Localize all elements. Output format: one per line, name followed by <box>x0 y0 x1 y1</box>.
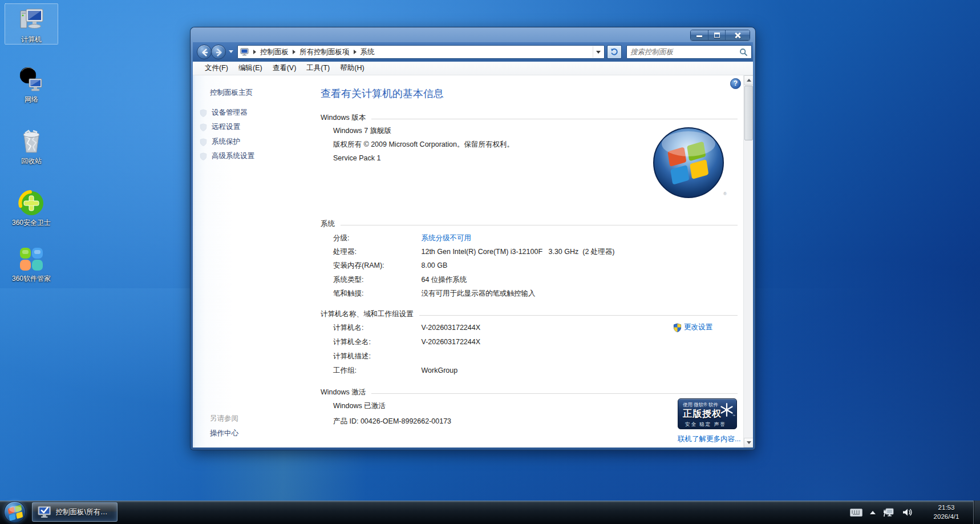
breadcrumb-all-items[interactable]: 所有控制面板项 <box>299 47 350 57</box>
control-panel-app-icon <box>37 505 52 519</box>
sidebar-item-label: 系统保护 <box>212 137 240 147</box>
row-pen-touch: 笔和触摸: 没有可用于此显示器的笔或触控输入 <box>333 289 735 299</box>
menu-tools[interactable]: 工具(T) <box>301 62 335 75</box>
volume-icon[interactable] <box>902 507 913 517</box>
sidebar-item-device-manager[interactable]: 设备管理器 <box>200 108 248 118</box>
badge-line2: 正版授权 <box>683 408 722 420</box>
section-header-computer-name: 计算机名称、域和工作组设置 <box>321 309 738 319</box>
change-settings-link[interactable]: 更改设置 <box>684 323 712 332</box>
row-workgroup: 工作组: WorkGroup <box>333 366 735 376</box>
sidebar-item-label: 高级系统设置 <box>212 151 254 161</box>
windows-edition: Windows 7 旗舰版 <box>333 126 391 136</box>
sidebar-item-control-panel-home[interactable]: 控制面板主页 <box>210 88 253 98</box>
section-header-activation: Windows 激活 <box>321 388 738 397</box>
breadcrumb-separator-icon <box>354 50 357 54</box>
taskbar-app-label: 控制面板\所有控... <box>56 507 112 517</box>
badge-line3: 安全 稳定 声誉 <box>685 421 726 428</box>
shield-icon <box>200 138 207 146</box>
close-icon <box>734 32 741 39</box>
sidebar: 控制面板主页 设备管理器 远程设置 系统保护 高级系统设置 另请参阅 操作中心 <box>193 75 308 448</box>
row-description: 计算机描述: <box>333 352 735 361</box>
windows-logo: ® <box>650 124 728 202</box>
menu-help[interactable]: 帮助(H) <box>335 62 369 75</box>
scroll-down-button[interactable] <box>744 438 753 448</box>
sidebar-item-action-center[interactable]: 操作中心 <box>210 429 238 438</box>
search-input[interactable] <box>627 46 739 58</box>
sidebar-item-advanced-settings[interactable]: 高级系统设置 <box>200 151 254 161</box>
desktop-icon-recycle-bin[interactable]: 回收站 <box>5 126 58 166</box>
chevron-down-icon <box>596 51 601 54</box>
row-processor: 处理器: 12th Gen Intel(R) Core(TM) i3-12100… <box>333 247 735 257</box>
rating-link[interactable]: 系统分级不可用 <box>421 234 471 242</box>
360-safe-icon <box>17 189 46 217</box>
show-hidden-icons-button[interactable] <box>870 511 876 514</box>
see-also-header: 另请参阅 <box>210 414 238 424</box>
help-button[interactable]: ? <box>730 78 741 89</box>
desktop-icon-label: 网络 <box>5 95 58 104</box>
search-icon[interactable] <box>739 48 748 57</box>
breadcrumb-system[interactable]: 系统 <box>361 47 375 57</box>
arrow-down-icon <box>747 441 751 444</box>
maximize-button[interactable] <box>708 30 725 40</box>
page-title: 查看有关计算机的基本信息 <box>321 87 444 100</box>
forward-button[interactable] <box>211 45 226 59</box>
scroll-up-button[interactable] <box>744 75 753 85</box>
service-pack: Service Pack 1 <box>333 154 380 162</box>
refresh-button[interactable] <box>607 45 622 59</box>
row-system-type: 系统类型: 64 位操作系统 <box>333 275 735 285</box>
row-rating: 分级: 系统分级不可用 <box>333 233 735 243</box>
scroll-thumb[interactable] <box>744 86 753 140</box>
window-content: 控制面板主页 设备管理器 远程设置 系统保护 高级系统设置 另请参阅 操作中心 <box>193 75 753 448</box>
breadcrumb-control-panel[interactable]: 控制面板 <box>260 47 289 57</box>
system-tray <box>850 501 913 524</box>
help-icon: ? <box>734 79 738 87</box>
desktop-icon-360-manager[interactable]: 360软件管家 <box>5 243 58 283</box>
breadcrumb-separator-icon <box>253 50 256 54</box>
clock-date: 2026/4/1 <box>926 512 966 521</box>
start-button[interactable] <box>4 501 26 523</box>
taskbar: 控制面板\所有控... 21:53 2026/4/1 <box>0 501 980 524</box>
network-tray-icon[interactable] <box>883 507 894 518</box>
menu-edit[interactable]: 编辑(E) <box>233 62 268 75</box>
shield-icon <box>200 152 207 160</box>
menu-bar: 文件(F) 编辑(E) 查看(V) 工具(T) 帮助(H) <box>193 62 753 75</box>
menu-view[interactable]: 查看(V) <box>268 62 302 75</box>
address-dropdown-button[interactable] <box>593 46 603 58</box>
section-header-system: 系统 <box>321 219 738 229</box>
maximize-icon <box>714 33 720 38</box>
refresh-icon <box>610 47 619 57</box>
minimize-icon <box>696 35 702 37</box>
learn-more-link[interactable]: 联机了解更多内容... <box>678 434 740 444</box>
close-button[interactable] <box>725 30 750 40</box>
row-full-name: 计算机全名: V-202603172244X <box>333 337 735 347</box>
address-bar[interactable]: 控制面板 所有控制面板项 系统 <box>237 45 605 59</box>
forward-arrow-icon <box>214 47 224 58</box>
change-settings[interactable]: 更改设置 <box>673 323 712 332</box>
taskbar-app-control-panel[interactable]: 控制面板\所有控... <box>32 502 118 522</box>
shield-icon <box>200 109 207 117</box>
product-id: 产品 ID: 00426-OEM-8992662-00173 <box>333 417 451 426</box>
desktop-icon-label: 360安全卫士 <box>5 219 58 227</box>
desktop-icon-network[interactable]: 网络 <box>5 64 58 104</box>
sidebar-item-remote-settings[interactable]: 远程设置 <box>200 122 240 132</box>
desktop-icon-computer[interactable]: 计算机 <box>5 3 58 45</box>
minimize-button[interactable] <box>691 30 708 40</box>
desktop-icon-360-safe[interactable]: 360安全卫士 <box>5 187 58 227</box>
search-box <box>626 45 752 59</box>
section-header-windows-version: Windows 版本 <box>321 113 738 123</box>
keyboard-language-icon[interactable] <box>850 509 862 517</box>
sidebar-item-system-protection[interactable]: 系统保护 <box>200 137 240 147</box>
taskbar-clock[interactable]: 21:53 2026/4/1 <box>926 503 966 521</box>
sidebar-item-label: 设备管理器 <box>212 108 248 118</box>
arrow-up-icon <box>747 79 751 82</box>
window-controls <box>690 30 750 41</box>
menu-file[interactable]: 文件(F) <box>200 62 233 75</box>
activation-status: Windows 已激活 <box>333 401 386 411</box>
show-desktop-button[interactable] <box>973 501 980 524</box>
back-arrow-icon <box>200 47 210 58</box>
back-button[interactable] <box>197 45 212 59</box>
desktop-icon-label: 计算机 <box>5 35 58 44</box>
recycle-bin-icon <box>17 127 46 156</box>
history-dropdown-icon[interactable] <box>229 50 233 53</box>
scrollbar[interactable] <box>743 75 753 448</box>
